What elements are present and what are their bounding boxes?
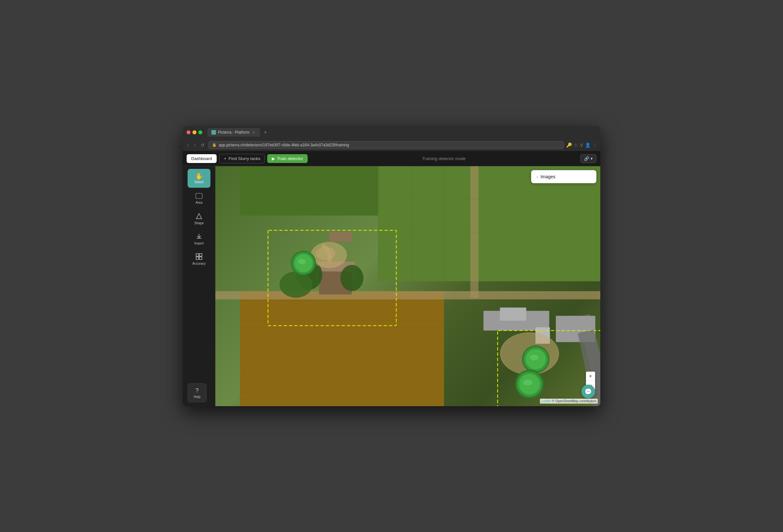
lock-icon: 🔒	[212, 143, 217, 147]
leaflet-link[interactable]: Leaflet	[541, 399, 551, 403]
left-toolbar: ✋ Select Area Shape	[183, 166, 215, 406]
menu-icon: ⋮	[592, 142, 597, 148]
minimize-button[interactable]	[192, 130, 196, 134]
profile-icon: 👤	[585, 142, 591, 148]
select-label: Select	[194, 180, 203, 184]
help-label: Help	[194, 395, 201, 399]
app-toolbar: Dashboard ✦ Find Slurry tanks ▶ Train de…	[183, 151, 600, 166]
shape-tool[interactable]: Shape	[188, 209, 211, 228]
svg-point-63	[587, 391, 588, 392]
browser-window: Picterra - Platform ✕ + ‹ › ↺ 🔒 app.pict…	[183, 126, 600, 406]
area-label: Area	[195, 201, 202, 204]
svg-rect-7	[240, 291, 444, 406]
tab-title: Picterra - Platform	[218, 130, 250, 135]
select-tool[interactable]: ✋ Select	[188, 169, 211, 188]
cursor-icon: ✋	[195, 173, 203, 179]
svg-rect-5	[196, 257, 199, 260]
svg-rect-26	[500, 308, 526, 321]
svg-point-61	[316, 247, 335, 260]
svg-point-23	[298, 259, 306, 264]
extension-icon: V	[580, 142, 583, 148]
svg-rect-13	[329, 232, 352, 242]
maximize-button[interactable]	[198, 130, 202, 134]
dashboard-button[interactable]: Dashboard	[187, 154, 217, 163]
svg-marker-2	[196, 213, 201, 219]
address-bar: ‹ › ↺ 🔒 app.picterra.ch/detectors/197eb3…	[183, 139, 600, 151]
chevron-down-icon: ▾	[591, 156, 593, 161]
svg-rect-9	[240, 166, 378, 215]
picterra-icon: ✦	[223, 157, 227, 161]
import-label: Import	[194, 241, 203, 245]
question-icon: ?	[195, 387, 199, 394]
svg-point-17	[280, 271, 313, 298]
svg-rect-6	[199, 257, 202, 260]
main-content: ✋ Select Area Shape	[183, 166, 600, 406]
url-bar[interactable]: 🔒 app.picterra.ch/detectors/197eb397-c6d…	[209, 141, 563, 149]
map-container[interactable]: › Images + − Leaflet © OpenStree	[215, 166, 600, 406]
browser-actions: 🔑 ☆ V 👤 ⋮	[566, 142, 597, 148]
images-chevron-icon: ›	[536, 174, 538, 179]
help-button[interactable]: ? Help	[188, 384, 207, 402]
find-slurry-button[interactable]: ✦ Find Slurry tanks	[219, 154, 265, 163]
accuracy-tool[interactable]: Accuracy	[188, 250, 211, 269]
title-bar: Picterra - Platform ✕ +	[183, 126, 600, 139]
svg-point-18	[340, 265, 364, 291]
svg-point-34	[530, 355, 538, 361]
url-text: app.picterra.ch/detectors/197eb397-c6de-…	[219, 143, 349, 147]
svg-rect-10	[215, 291, 600, 299]
svg-rect-4	[199, 254, 202, 256]
key-icon: 🔑	[566, 142, 572, 148]
import-tool[interactable]: Import	[188, 230, 211, 248]
svg-point-64	[588, 391, 589, 392]
train-label: Train detector	[277, 156, 303, 161]
tab-close-button[interactable]: ✕	[252, 130, 256, 135]
new-tab-button[interactable]: +	[264, 129, 267, 135]
area-icon	[195, 193, 202, 200]
train-detector-button[interactable]: ▶ Train detector	[267, 154, 308, 163]
reload-button[interactable]: ↺	[199, 141, 206, 149]
find-slurry-label: Find Slurry tanks	[229, 156, 261, 161]
svg-rect-8	[378, 166, 600, 281]
traffic-lights	[187, 130, 202, 134]
play-icon: ▶	[272, 156, 275, 161]
area-tool[interactable]: Area	[188, 189, 211, 208]
zoom-in-button[interactable]: +	[586, 372, 595, 381]
svg-point-0	[212, 131, 215, 134]
chat-button[interactable]	[582, 385, 595, 398]
import-icon	[196, 233, 202, 240]
shape-label: Shape	[194, 221, 204, 225]
shape-icon	[196, 213, 202, 220]
svg-point-38	[523, 379, 532, 385]
images-label: Images	[541, 174, 556, 179]
bookmark-icon: ☆	[574, 142, 578, 148]
osm-attribution: © OpenStreetMap contributors	[552, 399, 596, 403]
svg-rect-1	[196, 193, 202, 199]
link-icon: 🔗	[584, 156, 589, 161]
map-overlay	[215, 166, 600, 406]
browser-tab[interactable]: Picterra - Platform ✕	[208, 128, 260, 137]
close-button[interactable]	[187, 130, 191, 134]
share-button[interactable]: 🔗 ▾	[581, 154, 596, 163]
tab-favicon	[211, 130, 216, 135]
accuracy-label: Accuracy	[192, 262, 206, 265]
back-button[interactable]: ‹	[186, 141, 190, 149]
svg-rect-3	[196, 254, 199, 256]
images-panel[interactable]: › Images	[531, 170, 596, 183]
accuracy-icon	[196, 253, 202, 261]
mode-label: Training detector mode	[310, 156, 578, 161]
map-attribution: Leaflet © OpenStreetMap contributors	[540, 399, 598, 404]
forward-button[interactable]: ›	[193, 141, 197, 149]
svg-point-65	[589, 391, 590, 392]
